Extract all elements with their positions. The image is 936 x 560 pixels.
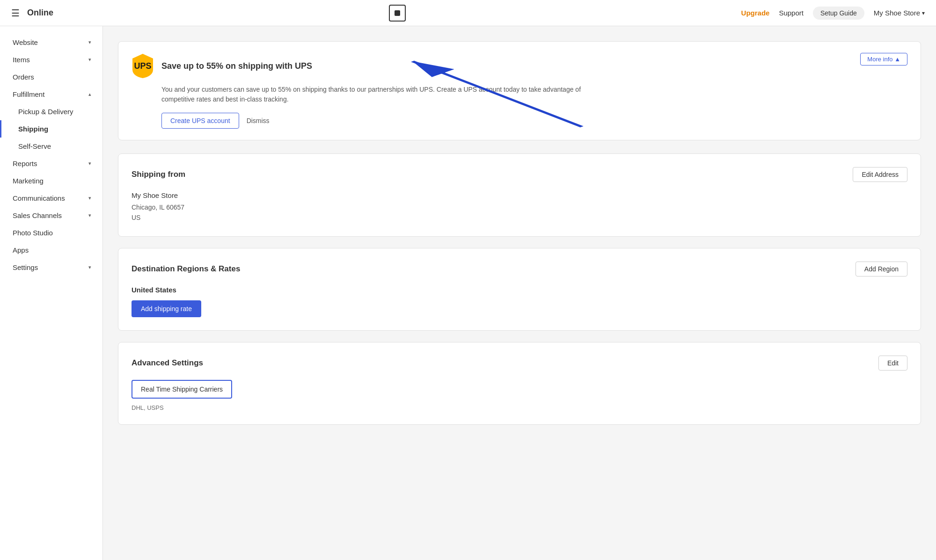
sidebar-item-self-serve[interactable]: Self-Serve	[0, 138, 102, 155]
destination-regions-section: Destination Regions & Rates Add Region U…	[118, 248, 921, 331]
edit-address-button[interactable]: Edit Address	[853, 167, 907, 182]
logo-icon	[389, 5, 406, 22]
sidebar-label-sales-channels: Sales Channels	[13, 211, 62, 219]
destination-regions-title: Destination Regions & Rates	[132, 264, 240, 274]
sidebar-chevron-communications: ▾	[88, 195, 91, 201]
sidebar-chevron-fulfillment: ▴	[88, 91, 91, 97]
shipping-from-section: Shipping from Edit Address My Shoe Store…	[118, 153, 921, 237]
sidebar-item-communications[interactable]: Communications ▾	[0, 189, 102, 207]
svg-text:UPS: UPS	[134, 61, 151, 71]
address-detail: Chicago, IL 60657 US	[132, 202, 907, 223]
address-line2: US	[132, 212, 907, 223]
create-ups-account-button[interactable]: Create UPS account	[161, 113, 239, 129]
sidebar-label-apps: Apps	[13, 246, 29, 254]
sidebar-chevron-sales-channels: ▾	[88, 212, 91, 218]
sidebar-item-website[interactable]: Website ▾	[0, 34, 102, 51]
ups-banner: UPS Save up to 55% on shipping with UPS …	[118, 41, 921, 140]
dismiss-button[interactable]: Dismiss	[247, 117, 270, 124]
ups-banner-title: Save up to 55% on shipping with UPS	[161, 61, 312, 71]
sidebar-item-marketing[interactable]: Marketing	[0, 172, 102, 189]
store-dropdown[interactable]: My Shoe Store ▾	[874, 9, 925, 17]
sidebar-item-orders[interactable]: Orders	[0, 68, 102, 86]
real-time-shipping-carriers-box: Real Time Shipping Carriers	[132, 380, 232, 399]
sidebar-label-fulfillment: Fulfillment	[13, 90, 44, 98]
sidebar-item-shipping[interactable]: Shipping	[0, 120, 102, 138]
sidebar-chevron-settings: ▾	[88, 264, 91, 270]
support-link[interactable]: Support	[779, 9, 804, 17]
sidebar-item-pickup-delivery[interactable]: Pickup & Delivery	[0, 103, 102, 120]
sidebar-label-items: Items	[13, 56, 30, 64]
sidebar-label-shipping: Shipping	[18, 125, 48, 133]
upgrade-link[interactable]: Upgrade	[741, 9, 770, 17]
sidebar-item-sales-channels[interactable]: Sales Channels ▾	[0, 207, 102, 224]
address-line1: Chicago, IL 60657	[132, 202, 907, 212]
add-region-button[interactable]: Add Region	[856, 262, 907, 276]
sidebar-chevron-website: ▾	[88, 39, 91, 45]
logo-inner	[395, 10, 400, 16]
carriers-detail: DHL, USPS	[132, 404, 907, 411]
app-title: Online	[27, 8, 53, 18]
add-shipping-rate-button[interactable]: Add shipping rate	[132, 300, 201, 317]
advanced-settings-title: Advanced Settings	[132, 358, 203, 368]
sidebar-label-settings: Settings	[13, 263, 38, 271]
top-nav: ☰ Online Upgrade Support Setup Guide My …	[0, 0, 936, 26]
sidebar-item-reports[interactable]: Reports ▾	[0, 155, 102, 172]
main-content: UPS Save up to 55% on shipping with UPS …	[103, 26, 936, 560]
advanced-settings-section: Advanced Settings Edit Real Time Shippin…	[118, 342, 921, 425]
sidebar-label-pickup-delivery: Pickup & Delivery	[18, 108, 73, 116]
sidebar: Website ▾ Items ▾ Orders Fulfillment ▴ P…	[0, 26, 103, 560]
advanced-settings-edit-button[interactable]: Edit	[878, 356, 907, 371]
sidebar-item-apps[interactable]: Apps	[0, 241, 102, 259]
sidebar-chevron-reports: ▾	[88, 160, 91, 167]
hamburger-icon[interactable]: ☰	[11, 7, 20, 19]
setup-guide-button[interactable]: Setup Guide	[813, 7, 864, 20]
store-name-address: My Shoe Store	[132, 191, 907, 199]
sidebar-label-self-serve: Self-Serve	[18, 142, 51, 150]
store-chevron-icon: ▾	[922, 10, 925, 16]
sidebar-label-marketing: Marketing	[13, 177, 44, 185]
ups-logo-icon: UPS	[132, 53, 154, 79]
sidebar-item-fulfillment[interactable]: Fulfillment ▴	[0, 86, 102, 103]
united-states-region: United States	[132, 286, 907, 294]
sidebar-label-communications: Communications	[13, 194, 65, 202]
sidebar-item-photo-studio[interactable]: Photo Studio	[0, 224, 102, 241]
sidebar-label-photo-studio: Photo Studio	[13, 229, 53, 237]
ups-banner-description: You and your customers can save up to 55…	[161, 85, 583, 104]
sidebar-chevron-items: ▾	[88, 57, 91, 63]
shipping-from-title: Shipping from	[132, 170, 185, 179]
sidebar-label-orders: Orders	[13, 73, 34, 81]
sidebar-label-reports: Reports	[13, 160, 37, 167]
store-name: My Shoe Store	[874, 9, 920, 17]
more-info-button[interactable]: More info ▲	[860, 53, 907, 65]
sidebar-label-website: Website	[13, 38, 38, 46]
sidebar-item-items[interactable]: Items ▾	[0, 51, 102, 68]
sidebar-item-settings[interactable]: Settings ▾	[0, 259, 102, 276]
